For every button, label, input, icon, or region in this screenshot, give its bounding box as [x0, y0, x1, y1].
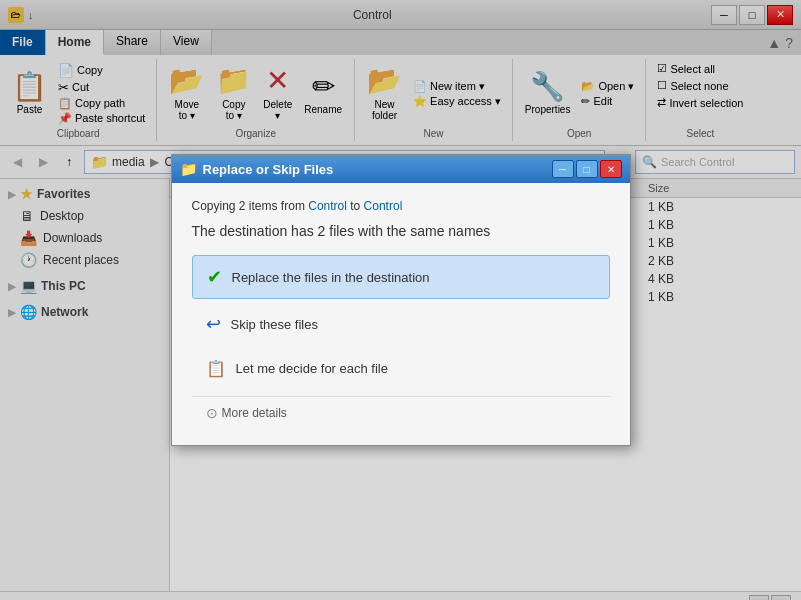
dialog-controls: ─ □ ✕	[552, 160, 622, 178]
dialog-maximize-button[interactable]: □	[576, 160, 598, 178]
replace-option[interactable]: ✔ Replace the files in the destination	[192, 255, 610, 299]
dialog-app-icon: 📁	[180, 161, 197, 177]
dialog-minimize-button[interactable]: ─	[552, 160, 574, 178]
dialog-title-left: 📁 Replace or Skip Files	[180, 161, 334, 177]
dialog-body: Copying 2 items from Control to Control …	[172, 183, 630, 445]
copying-from-link: Control	[308, 199, 347, 213]
dialog-close-button[interactable]: ✕	[600, 160, 622, 178]
replace-skip-dialog: 📁 Replace or Skip Files ─ □ ✕ Copying 2 …	[171, 154, 631, 446]
skip-option[interactable]: ↩ Skip these files	[192, 303, 610, 345]
copying-from: Control	[308, 199, 347, 213]
skip-icon: ↩	[206, 313, 221, 335]
dialog-copying-text: Copying 2 items from Control to Control	[192, 199, 610, 213]
decide-option[interactable]: 📋 Let me decide for each file	[192, 349, 610, 388]
decide-label: Let me decide for each file	[236, 361, 388, 376]
copying-to: Control	[364, 199, 403, 213]
copying-prefix: Copying 2 items from	[192, 199, 305, 213]
dialog-overlay: 📁 Replace or Skip Files ─ □ ✕ Copying 2 …	[0, 0, 801, 600]
dialog-question: The destination has 2 files with the sam…	[192, 223, 610, 239]
copying-to-word: to	[350, 199, 360, 213]
more-details-icon: ⊙	[206, 405, 218, 421]
replace-icon: ✔	[207, 266, 222, 288]
more-details-button[interactable]: ⊙ More details	[192, 396, 610, 429]
dialog-title-text: Replace or Skip Files	[203, 162, 334, 177]
more-details-label: More details	[222, 406, 287, 420]
copying-to-link: Control	[364, 199, 403, 213]
dialog-title-bar: 📁 Replace or Skip Files ─ □ ✕	[172, 155, 630, 183]
skip-label: Skip these files	[231, 317, 318, 332]
replace-label: Replace the files in the destination	[232, 270, 430, 285]
decide-icon: 📋	[206, 359, 226, 378]
